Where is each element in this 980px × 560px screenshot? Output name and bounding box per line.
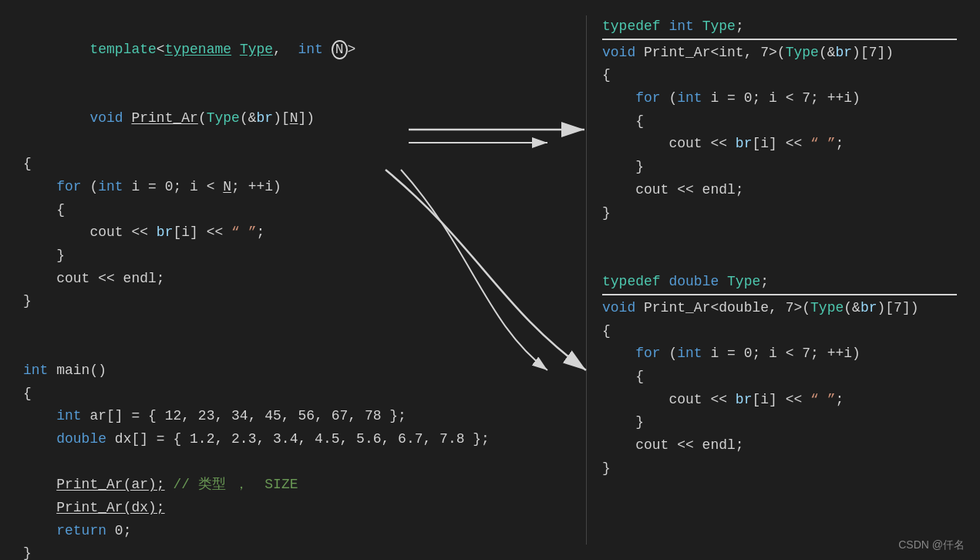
br-idx-double: br [736, 392, 753, 407]
code-line-6: cout << br[i] << “ ”; [23, 221, 571, 245]
kw-return: return [56, 523, 106, 538]
int-for-line: for (int i = 0; i < 7; ++i) [602, 87, 957, 110]
right-panel: typedef int Type; void Print_Ar<int, 7>(… [586, 15, 957, 545]
int-brace-open: { [602, 64, 957, 87]
double-for-line: for (int i = 0; i < 7; ++i) [602, 342, 957, 366]
kw-template: template [89, 42, 156, 57]
str-space-int: “ ” [810, 136, 835, 151]
double-inner-brace: { [602, 366, 957, 389]
main-line-5 [23, 451, 571, 474]
main-line-9: } [23, 542, 571, 560]
divider-double [602, 294, 957, 295]
kw-void-double: void [602, 300, 635, 315]
divider-int [602, 39, 957, 40]
kw-typedef-double: typedef [602, 274, 661, 289]
type-ref-int: Type [786, 45, 819, 60]
typedef-double-line: typedef double Type; [602, 271, 957, 294]
kw-typedef-int: typedef [602, 19, 661, 34]
main-code-block: int main() { int ar[] = { 12, 23, 34, 45… [23, 359, 571, 560]
fn-print-ar: Print_Ar [131, 110, 197, 126]
code-line-9: } [23, 290, 571, 313]
code-line-5: { [23, 199, 571, 222]
kw-int-main: int [23, 363, 48, 378]
double-fn-sig: void Print_Ar<double, 7>(Type(&br)[7]) [602, 297, 957, 320]
kw-int-ar: int [56, 408, 81, 423]
type-name-double: Type [727, 274, 760, 289]
main-container: template<typename Type, int N> void Prin… [0, 0, 980, 560]
param-br: br [257, 110, 274, 126]
br-idx-int: br [736, 136, 753, 151]
kw-double: double [56, 431, 106, 447]
code-line-1: template<typename Type, int N> [23, 15, 571, 84]
n-ref: N [290, 110, 298, 126]
kw-for-int: for [635, 90, 660, 106]
main-line-2: { [23, 383, 571, 406]
kw-typename: typename [165, 42, 231, 57]
double-inner-close: } [602, 411, 957, 434]
n-param-circled: N [332, 40, 348, 60]
kw-for-double: for [635, 346, 660, 361]
double-endl-line: cout << endl; [602, 434, 957, 457]
code-line-4: for (int i = 0; i < N; ++i) [23, 176, 571, 199]
double-cout-line: cout << br[i] << “ ”; [602, 389, 957, 412]
double-brace-open: { [602, 320, 957, 343]
call-print-ar-1: Print_Ar(ar); [56, 477, 164, 492]
template-code-block: template<typename Type, int N> void Prin… [23, 15, 571, 313]
type-param: Type [240, 42, 273, 57]
left-panel: template<typename Type, int N> void Prin… [23, 15, 586, 545]
double-specialization-block: typedef double Type; void Print_Ar<doubl… [602, 271, 957, 480]
code-line-8: cout << endl; [23, 268, 571, 291]
main-line-4: double dx[] = { 1.2, 2.3, 3.4, 4.5, 5.6,… [23, 428, 571, 451]
kw-void: void [89, 110, 123, 126]
watermark: CSDN @仟名 [898, 538, 965, 552]
param-br-idx: br [157, 224, 173, 240]
main-line-6: Print_Ar(ar); // 类型 ， SIZE [23, 474, 571, 497]
double-brace-close: } [602, 457, 957, 481]
type-ref-double: Type [810, 300, 844, 315]
int-specialization-block: typedef int Type; void Print_Ar<int, 7>(… [602, 15, 957, 224]
call-print-ar-2: Print_Ar(dx); [56, 500, 164, 515]
str-space-double: “ ” [810, 392, 835, 407]
code-line-2: void Print_Ar(Type(&br)[N]) [23, 84, 571, 153]
main-line-3: int ar[] = { 12, 23, 34, 45, 56, 67, 78 … [23, 405, 571, 428]
code-line-7: } [23, 245, 571, 268]
str-space: “ ” [231, 224, 256, 240]
kw-int-typedef: int [668, 19, 693, 34]
main-line-8: return 0; [23, 520, 571, 543]
main-line-1: int main() [23, 359, 571, 383]
type-name-int: Type [702, 19, 736, 34]
comment-1: // 类型 ， SIZE [173, 477, 298, 492]
kw-int-for-double: int [677, 346, 702, 361]
type-ref: Type [207, 110, 240, 126]
kw-int-for-int: int [677, 90, 702, 106]
code-line-3: { [23, 153, 571, 176]
kw-int-for: int [98, 179, 123, 194]
kw-for: for [56, 179, 81, 194]
int-brace-close: } [602, 202, 957, 225]
kw-void-int: void [602, 45, 635, 60]
int-fn-sig: void Print_Ar<int, 7>(Type(&br)[7]) [602, 42, 957, 65]
int-endl-line: cout << endl; [602, 179, 957, 202]
int-cout-line: cout << br[i] << “ ”; [602, 133, 957, 156]
kw-double-typedef: double [668, 274, 719, 289]
main-line-7: Print_Ar(dx); [23, 497, 571, 520]
typedef-int-line: typedef int Type; [602, 15, 957, 39]
int-inner-brace: { [602, 110, 957, 133]
param-br-double: br [860, 300, 877, 315]
kw-int: int [298, 42, 323, 57]
int-inner-close: } [602, 156, 957, 179]
param-br-int: br [835, 45, 852, 60]
n-for: N [223, 179, 231, 194]
